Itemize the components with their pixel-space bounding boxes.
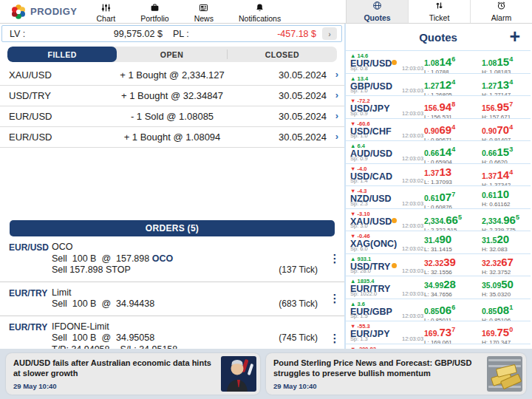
trade-date: 30.05.2024 [279, 111, 327, 122]
chevron-right-icon: › [335, 69, 338, 80]
quote-ask[interactable]: 35.0950 H: 35.0320 [482, 279, 514, 298]
quote-row[interactable]: ▲ 933.1 USD/TRY Sp: 28.0 12:03:03 32.323… [346, 253, 531, 276]
order-menu-icon[interactable]: ⋮ [325, 321, 344, 349]
quote-bid[interactable]: 31.490 L: 31.1415 [424, 234, 452, 253]
chart-sliders-icon [101, 3, 111, 14]
trade-filter-tab-closed[interactable]: CLOSED [228, 47, 337, 62]
order-row[interactable]: EUR/USD OCOSell 100 B @ 157.898 OCOSell … [0, 236, 344, 282]
newspaper-icon [199, 3, 208, 14]
quote-price: 169.737 [424, 324, 455, 338]
nav-tab-notifications[interactable]: Notifications [239, 1, 281, 23]
panel-tab-ticket[interactable]: Ticket [409, 0, 471, 23]
main-nav-tabs: Chart Portfolio News Notifications [96, 1, 281, 23]
quote-row[interactable]: ▼ -55.3 EUR/JPY Sp: 1.3 12:03:03 169.737… [346, 321, 531, 344]
panel-tab-label: Quotes [364, 13, 390, 22]
quote-low: L: 31.1415 [424, 246, 452, 253]
quotes-header: Quotes + [346, 24, 531, 50]
quote-price: 0.85081 [482, 302, 513, 316]
trade-filter-tabs: FILLEDOPENCLOSED [7, 47, 337, 62]
quote-price: 0.66144 [424, 144, 455, 158]
order-details: LimitSell 100 B @ 34.94438(683 Tick) [46, 287, 325, 310]
order-line: Sell 100 B @ 157.898 OCO [52, 253, 325, 265]
globe-icon [372, 1, 382, 12]
trade-filter-tab-open[interactable]: OPEN [117, 47, 226, 62]
order-menu-icon[interactable]: ⋮ [325, 287, 344, 310]
trade-row[interactable]: USD/TRY + 1 Bought @ 32.34847 30.05.2024… [0, 86, 344, 106]
nav-tab-portfolio[interactable]: Portfolio [140, 1, 169, 23]
quote-ask[interactable]: 31.520 H: 32.083 [482, 234, 509, 253]
quote-spread: Sp: 2.3 [350, 200, 368, 207]
quote-price: 1.37144 [482, 167, 513, 181]
quote-price: 1.08146 [424, 54, 455, 68]
position-dot-icon [392, 263, 397, 268]
order-line: Sell 100 B @ 34.95058(745 Tick) [52, 332, 325, 344]
quote-row[interactable]: ▼ -4.3 NZD/USD Sp: 2.3 12:03:03 0.61077 … [346, 185, 531, 208]
quote-price: 0.6110 [482, 189, 511, 200]
panel-nav-tabs: Quotes Ticket Alarm [346, 0, 532, 23]
brand-logo[interactable]: PRODIGY [10, 4, 77, 20]
quote-row[interactable]: ▼ -3.10 XAU/USD Sp: 3.0 12:03:03 2,334.6… [346, 208, 531, 231]
quote-high: H: 0.61162 [482, 201, 511, 208]
quote-row[interactable]: ▼ -4.0 USD/CAD Sp: 1.4 12:03:02 1.3713 L… [346, 163, 531, 186]
quote-row[interactable]: ▲ 6.4 AUD/USD Sp: 0.9 12:03:03 0.66144 L… [346, 140, 531, 163]
quote-time: 12:03:03 [402, 290, 423, 297]
trade-row[interactable]: EUR/USD - 1 Sold @ 1.08085 30.05.2024 › [0, 106, 344, 127]
quote-price: 1.27124 [424, 77, 455, 91]
quote-time: 12:03:03 [402, 87, 423, 94]
quote-row[interactable]: ▲ 3.6 EUR/GBP Sp: 1.5 12:03:03 0.85066 L… [346, 299, 531, 321]
quote-spread: Sp: 1.4 [350, 177, 368, 184]
order-symbol: EUR/USD [0, 242, 46, 276]
order-menu-icon[interactable]: ⋮ [325, 242, 344, 276]
quote-price: 0.66153 [482, 144, 513, 158]
nav-tab-label: News [194, 15, 214, 23]
quote-spread: Sp: 28.0 [350, 267, 371, 274]
quote-bid[interactable]: 1.3713 L: 1.37093 [424, 167, 452, 185]
order-row[interactable]: EUR/TRY LimitSell 100 B @ 34.94438(683 T… [0, 282, 344, 316]
quote-high: H: 32.3752 [482, 269, 514, 276]
add-quote-button[interactable]: + [509, 25, 520, 47]
panel-tab-quotes[interactable]: Quotes [347, 0, 409, 23]
quote-price: 32.3239 [424, 257, 456, 268]
quote-price: 1.3713 [424, 167, 452, 178]
quote-row[interactable]: ▼ -60.6 USD/CHF Sp: 1.0 12:03:03 0.90694… [346, 118, 531, 141]
news-card[interactable]: Pound Sterling Price News and Forecast: … [266, 353, 526, 395]
quote-bid[interactable]: 32.3239 L: 32.1556 [424, 257, 456, 276]
order-symbol: EUR/TRY [0, 287, 46, 310]
trade-row[interactable]: XAU/USD + 1 Bought @ 2,334.127 30.05.202… [0, 65, 344, 86]
quote-price: 2,334.665 [424, 212, 462, 226]
trade-row[interactable]: EUR/USD + 1 Bought @ 1.08094 30.05.2024 … [0, 127, 344, 148]
quote-time: 12:03:03 [402, 132, 423, 139]
alarm-clock-icon [497, 1, 506, 12]
order-tick-count: (745 Tick) [279, 332, 325, 344]
quote-time: 12:03:03 [402, 267, 423, 274]
quote-row[interactable]: ▲ 14.6 EUR/USD Sp: 0.8 12:03:03 1.08146 … [346, 50, 531, 73]
quote-price: 1.08154 [482, 54, 513, 68]
quote-price: 156.957 [482, 99, 513, 113]
quote-time: 12:03:03 [402, 313, 423, 319]
quote-low: L: 1.37093 [424, 179, 452, 185]
quote-row[interactable]: ▼ -300.83 ACNTURE 0.000 0.000 [346, 344, 531, 349]
quotes-title: Quotes [419, 31, 457, 44]
nav-tab-news[interactable]: News [194, 1, 214, 23]
quote-spread: Sp: 1.5 [350, 313, 368, 319]
quote-row[interactable]: ▼ -72.2 USD/JPY Sp: 0.9 12:03:03 156.948… [346, 95, 531, 118]
news-card[interactable]: AUD/USD fails after Australian economic … [6, 353, 260, 395]
quote-row[interactable]: ▲ 1835.4 EUR/TRY Sp: 1022.0 12:03:03 34.… [346, 276, 531, 299]
order-line: Sell 100 B @ 34.94438(683 Tick) [52, 299, 325, 310]
trade-filter-tab-filled[interactable]: FILLED [7, 47, 117, 62]
quote-ask[interactable]: 32.3267 H: 32.3752 [482, 257, 514, 276]
quotes-list: ▲ 14.6 EUR/USD Sp: 0.8 12:03:03 1.08146 … [346, 50, 531, 349]
briefcase-icon [150, 3, 160, 14]
panel-tab-alarm[interactable]: Alarm [471, 0, 532, 23]
quote-bid[interactable]: 34.9928 L: 34.7656 [424, 279, 456, 298]
quote-ask[interactable]: 0.6110 H: 0.61162 [482, 189, 511, 208]
chevron-right-icon: › [335, 131, 338, 142]
quote-row[interactable]: ▼ -0.46 XAG(ONC) Sp: 6.0 12:03:02 31.490… [346, 231, 531, 253]
nav-tab-chart[interactable]: Chart [96, 1, 115, 23]
account-expand-button[interactable]: › [322, 27, 337, 40]
order-row[interactable]: EUR/TRY IFDONE-LimitSell 100 B @ 34.9505… [0, 316, 344, 349]
quote-price: 0.90704 [482, 122, 513, 136]
lv-label: LV : [10, 29, 25, 39]
quote-spread: Sp: 0.9 [350, 155, 368, 162]
quote-row[interactable]: ▲ 13.4 GBP/USD Sp: 1.0 12:03:03 1.27124 … [346, 73, 531, 96]
